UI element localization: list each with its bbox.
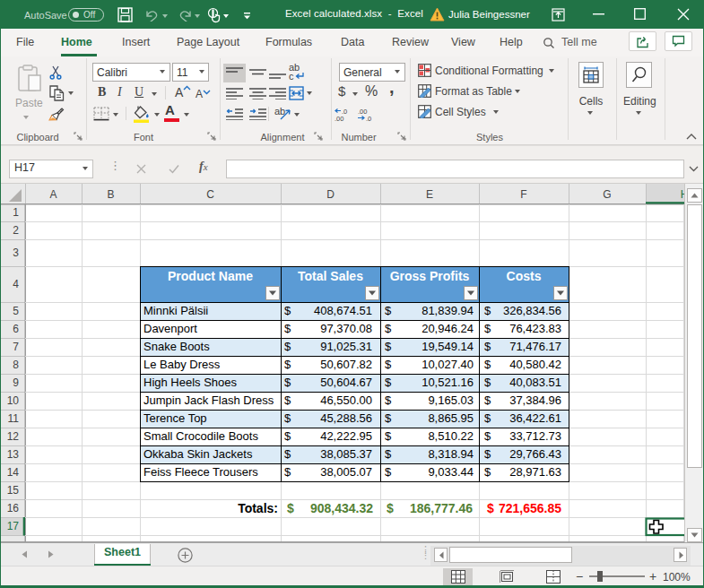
svg-text:.00: .00 — [335, 115, 343, 122]
svg-text:.0: .0 — [366, 115, 371, 122]
